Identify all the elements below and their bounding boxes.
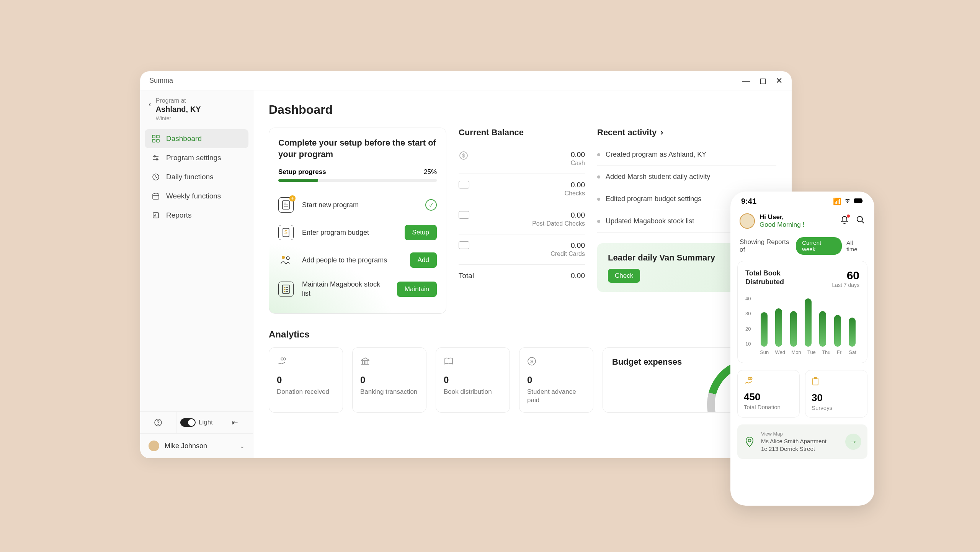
y-tick: 30 xyxy=(745,311,755,316)
balance-lbl: Cash xyxy=(571,160,585,167)
svg-rect-0 xyxy=(152,135,155,138)
activity-text: Updated Magabook stock list xyxy=(606,217,694,225)
chart-bar xyxy=(761,312,768,347)
book-icon xyxy=(444,355,502,367)
analytics-card-book[interactable]: 0 Book distribution xyxy=(436,347,510,413)
sidebar-item-dashboard[interactable]: Dashboard xyxy=(145,129,248,148)
titlebar: Summa — ◻ ✕ xyxy=(140,71,792,90)
sidebar-item-daily-functions[interactable]: Daily functions xyxy=(145,167,248,187)
balance-lbl: Credit Cards xyxy=(550,251,585,257)
map-card[interactable]: View Map Ms Alice Smith Apartment 1c 213… xyxy=(737,424,867,459)
nav-label: Reports xyxy=(166,211,192,219)
stat-card-donation[interactable]: 450 Total Donation xyxy=(737,370,800,418)
settings-icon xyxy=(152,154,160,162)
analytics-label: Banking transaction xyxy=(360,388,418,396)
balance-title: Current Balance xyxy=(459,128,585,138)
chart-bar xyxy=(805,298,812,347)
chart-big: 60 Last 7 days xyxy=(832,269,859,288)
setup-title: Complete your setup before the start of … xyxy=(278,137,437,160)
x-tick: Sun xyxy=(760,349,769,355)
activity-header[interactable]: Recent activity › xyxy=(597,128,776,138)
chart-bar xyxy=(834,315,841,347)
analytics-card-advance[interactable]: $ 0 Student advance paid xyxy=(519,347,593,413)
battery-icon xyxy=(854,197,864,206)
stat-card-surveys[interactable]: 30 Surveys xyxy=(805,370,867,418)
desktop-window: Summa — ◻ ✕ ‹ Program at Ashland, KY Win… xyxy=(140,71,792,458)
back-icon[interactable]: ‹ xyxy=(149,100,151,108)
maintain-button[interactable]: Maintain xyxy=(397,282,437,297)
top-grid: Complete your setup before the start of … xyxy=(269,128,776,314)
stat-value: 30 xyxy=(812,392,861,404)
analytics-card-banking[interactable]: 0 Banking transaction xyxy=(352,347,426,413)
progress-percent: 25% xyxy=(424,168,437,176)
svg-rect-46 xyxy=(862,200,863,202)
analytics-section: Analytics ⋮ 0 Donation received xyxy=(269,329,776,413)
window-minimize-icon[interactable]: — xyxy=(742,76,750,86)
chart-head: Total Book Distrubuted 60 Last 7 days xyxy=(745,269,859,288)
sidebar-footer: Light ⇤ Mike Johnson ⌄ xyxy=(140,411,253,458)
analytics-card-donation[interactable]: 0 Donation received xyxy=(269,347,343,413)
progress-fill xyxy=(278,179,318,182)
y-tick: 20 xyxy=(745,326,755,332)
activity-item: Created program as Ashland, KY xyxy=(597,144,776,166)
sidebar: ‹ Program at Ashland, KY Winter Dashboar… xyxy=(140,90,253,458)
notification-dot-icon xyxy=(847,215,850,218)
current-week-pill[interactable]: Current week xyxy=(796,237,842,255)
collapse-icon: ⇤ xyxy=(232,418,238,427)
activity-item: Added Marsh student daily activity xyxy=(597,166,776,188)
sidebar-item-weekly-functions[interactable]: Weekly functions xyxy=(145,187,248,206)
collapse-button[interactable]: ⇤ xyxy=(217,412,253,433)
sidebar-nav: Dashboard Program settings Daily functio… xyxy=(140,126,253,228)
y-tick: 40 xyxy=(745,296,755,301)
all-time-link[interactable]: All time xyxy=(846,239,865,252)
sidebar-item-reports[interactable]: Reports xyxy=(145,206,248,225)
theme-toggle[interactable]: Light xyxy=(176,412,217,433)
wifi-icon xyxy=(844,197,851,206)
stats-grid: 450 Total Donation 30 Surveys xyxy=(737,370,867,418)
chart-bars xyxy=(757,296,859,347)
user-menu[interactable]: Mike Johnson ⌄ xyxy=(140,434,253,458)
map-line2: 1c 213 Derrick Street xyxy=(761,445,840,453)
chart-bar xyxy=(775,308,782,347)
analytics-value: 0 xyxy=(277,375,335,385)
program-location: Ashland, KY xyxy=(156,105,201,114)
window-maximize-icon[interactable]: ◻ xyxy=(760,76,766,86)
arrow-right-icon[interactable]: → xyxy=(845,434,861,450)
svg-rect-27 xyxy=(283,285,289,293)
footer-row: Light ⇤ xyxy=(140,412,253,434)
analytics-value: 0 xyxy=(360,375,418,385)
map-line1: Ms Alice Smith Apartment xyxy=(761,437,840,445)
check-button[interactable]: Check xyxy=(608,269,640,283)
x-tick: Wed xyxy=(775,349,786,355)
nav-label: Weekly functions xyxy=(166,192,221,200)
search-icon[interactable] xyxy=(856,215,865,227)
check-icon xyxy=(459,181,469,188)
phone-user: Hi User, Good Morning ! xyxy=(740,213,804,229)
total-label: Total xyxy=(459,272,474,280)
stat-label: Surveys xyxy=(812,405,861,411)
progress-label: Setup progress xyxy=(278,168,326,176)
reports-filter-row: Showing Reports of Current week All time xyxy=(730,234,874,261)
svg-point-26 xyxy=(286,257,289,260)
dot-icon xyxy=(597,220,600,223)
svg-point-30 xyxy=(284,289,285,290)
notification-icon[interactable] xyxy=(840,215,849,227)
window-controls: — ◻ ✕ xyxy=(742,76,782,86)
help-button[interactable] xyxy=(140,412,176,433)
user-avatar-icon xyxy=(740,213,755,229)
svg-rect-2 xyxy=(152,139,155,142)
map-pin-icon xyxy=(743,436,756,448)
checklist-icon xyxy=(278,282,294,297)
svg-point-53 xyxy=(748,439,751,442)
status-icons: 📶 xyxy=(833,197,864,206)
program-block: Program at Ashland, KY Winter xyxy=(156,97,201,121)
dot-icon xyxy=(597,153,600,156)
donation-icon xyxy=(277,355,335,367)
add-button[interactable]: Add xyxy=(410,252,437,268)
sidebar-item-program-settings[interactable]: Program settings xyxy=(145,148,248,167)
setup-button[interactable]: Setup xyxy=(405,225,437,240)
analytics-label: Donation received xyxy=(277,388,335,396)
window-close-icon[interactable]: ✕ xyxy=(776,76,782,86)
donation-icon xyxy=(744,377,793,387)
svg-text:$: $ xyxy=(462,152,465,159)
